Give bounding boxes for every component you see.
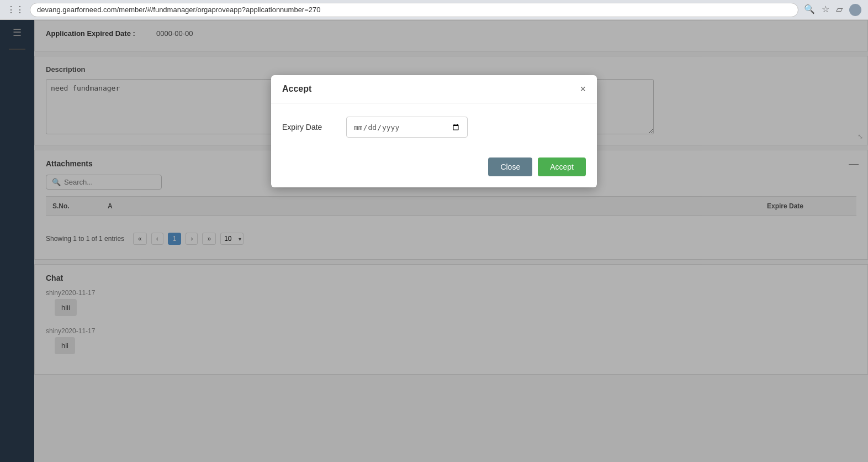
modal-footer: Close Accept bbox=[271, 151, 597, 187]
url-text: devang.gearforneed.com/member/#/fundmana… bbox=[37, 6, 320, 14]
modal-title: Accept bbox=[282, 84, 311, 94]
accept-button[interactable]: Accept bbox=[538, 158, 586, 176]
expiry-date-input[interactable] bbox=[346, 117, 468, 138]
modal-expiry-row: Expiry Date bbox=[282, 117, 586, 138]
search-browser-icon[interactable]: 🔍 bbox=[804, 4, 815, 16]
modal-close-button[interactable]: × bbox=[580, 84, 586, 94]
modal-header: Accept × bbox=[271, 75, 597, 103]
expiry-date-label: Expiry Date bbox=[282, 123, 337, 132]
modal-body: Expiry Date bbox=[271, 103, 597, 151]
bookmark-icon[interactable]: ☆ bbox=[822, 4, 829, 16]
browser-menu-icon[interactable]: ⋮⋮ bbox=[7, 4, 24, 15]
url-bar[interactable]: devang.gearforneed.com/member/#/fundmana… bbox=[30, 3, 798, 17]
user-avatar[interactable] bbox=[849, 4, 861, 16]
split-view-icon[interactable]: ▱ bbox=[836, 4, 843, 16]
accept-modal: Accept × Expiry Date Close Accept bbox=[271, 75, 597, 187]
modal-overlay: Accept × Expiry Date Close Accept bbox=[0, 20, 868, 462]
browser-bar: ⋮⋮ devang.gearforneed.com/member/#/fundm… bbox=[0, 0, 868, 20]
browser-actions: 🔍 ☆ ▱ bbox=[804, 4, 861, 16]
close-button[interactable]: Close bbox=[488, 158, 532, 176]
